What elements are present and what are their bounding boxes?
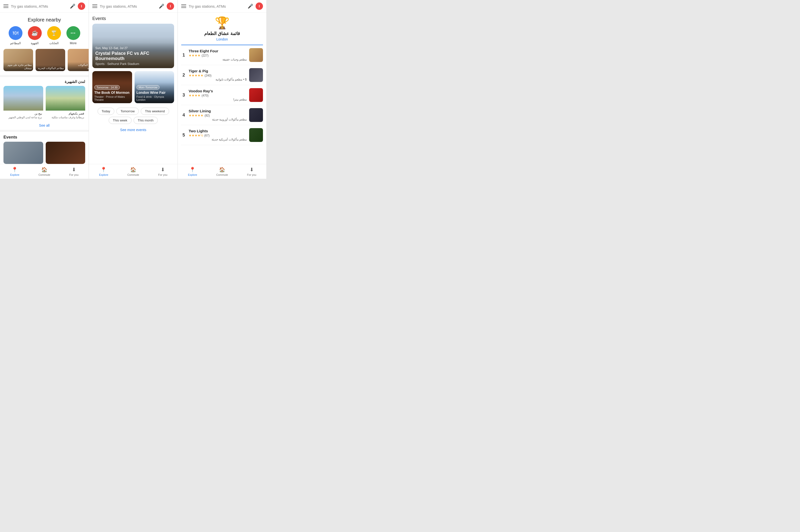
bars-icon: 🍸 [47, 26, 61, 40]
restaurants-label: المطاعم [10, 41, 21, 45]
nav-commute-1[interactable]: 🏠 Commute [30, 164, 59, 179]
explore-label-1: Explore [10, 173, 19, 176]
reviews-2: (240) [205, 74, 211, 77]
more-label: More [70, 41, 77, 45]
nav-foryou-1[interactable]: ⬇ For you [59, 164, 89, 179]
mic-icon-1[interactable]: 🎤 [70, 3, 75, 9]
nav-foryou-2[interactable]: ⬇ For you [148, 164, 177, 179]
place-card-spanish-text: مطاعم المأكولات الإسبانية [69, 63, 89, 70]
search-input-1[interactable] [11, 4, 68, 8]
filter-month[interactable]: This month [134, 117, 158, 124]
landmark-cards: بيج بن برج ساعة لندن الوطني الشهير قصر ب… [0, 86, 89, 122]
restaurant-item-3[interactable]: 3 Voodoo Ray's ★★★★ (470) مطعم بيتزا [181, 85, 263, 105]
explore-icon-3: 📍 [189, 167, 195, 173]
nav-explore-2[interactable]: 📍 Explore [89, 164, 118, 179]
commute-icon-2: 🏠 [130, 167, 136, 173]
restaurant-item-5[interactable]: 5 Two Lights ★★★★½ (67) مطعم مأكولات أمر… [181, 125, 263, 145]
category-restaurants[interactable]: 🍽 المطاعم [8, 26, 22, 45]
menu-icon-2[interactable] [92, 4, 97, 8]
restaurant-item-4[interactable]: 4 Silver Lining ★★★★★ (82) مطعم مأكولات … [181, 105, 263, 125]
category-coffee[interactable]: ☕ القهوة [28, 26, 42, 45]
type-1: مطعم وجبات خفيفة [189, 58, 247, 61]
nav-commute-3[interactable]: 🏠 Commute [207, 164, 237, 179]
place-card-spanish[interactable]: مطاعم المأكولات الإسبانية [68, 49, 89, 71]
thumb-3 [249, 88, 263, 102]
theater-date-badge: Tomorrow · 14:30 [94, 85, 120, 90]
thumb-5 [249, 128, 263, 142]
stars-2: ★★★★★ [189, 74, 204, 77]
type-3: مطعم بيتزا [189, 98, 247, 101]
see-all-link[interactable]: See all [0, 122, 89, 130]
name-5: Two Lights [189, 129, 247, 133]
hero-overlay: Sun, May 12–Sat, Jul 27 Crystal Palace F… [92, 42, 174, 68]
list-location[interactable]: London [181, 37, 263, 45]
commute-label-2: Commute [128, 173, 139, 176]
reviews-3: (470) [202, 94, 208, 97]
filter-weekend[interactable]: This weekend [141, 108, 169, 115]
filter-pills: Today Tomorrow This weekend This week Th… [89, 106, 177, 126]
place-card-seafood[interactable]: مطاعم المأكولات البحرية [36, 49, 65, 71]
divider-2 [0, 130, 89, 132]
event-wine-fair[interactable]: Mon–Tomorrow London Wine Fair Food & dri… [135, 71, 174, 103]
foryou-icon-3: ⬇ [250, 167, 254, 173]
avatar-3[interactable]: I [255, 2, 263, 10]
info-4: Silver Lining ★★★★★ (82) مطعم مأكولات أو… [189, 109, 247, 121]
filter-tomorrow[interactable]: Tomorrow [116, 108, 139, 115]
explore-label-2: Explore [99, 173, 108, 176]
event-hero[interactable]: Sun, May 12–Sat, Jul 27 Crystal Palace F… [92, 24, 174, 68]
search-input-3[interactable] [189, 4, 245, 8]
menu-icon-1[interactable] [3, 4, 8, 8]
type-4: مطعم مأكولات أوروبية حديثة [189, 118, 247, 121]
rank-4: 4 [181, 113, 186, 118]
event-book-of-mormon[interactable]: Tomorrow · 14:30 The Book Of Mormon Thea… [92, 71, 132, 103]
filter-today[interactable]: Today [97, 108, 115, 115]
bars-label: الحانات [50, 41, 58, 45]
rating-row-1: ★★★★ (227) [189, 53, 247, 58]
see-more-events[interactable]: See more events [89, 126, 177, 135]
mic-icon-3[interactable]: 🎤 [248, 3, 253, 9]
menu-icon-3[interactable] [181, 4, 186, 8]
nav-explore-1[interactable]: 📍 Explore [0, 164, 30, 179]
avatar-2[interactable]: I [167, 2, 174, 10]
rating-row-2: ★★★★★ (240) [189, 73, 247, 77]
landmark-palace[interactable]: قصر بكنغهام بريطانيا وغرف مناسبات ملكية [46, 86, 85, 120]
rating-row-3: ★★★★ (470) [189, 93, 247, 97]
nav-foryou-3[interactable]: ⬇ For you [237, 164, 266, 179]
foryou-label-3: For you [247, 173, 256, 176]
type-2: $ • مطعم مأكولات تايوانية [189, 78, 247, 81]
nav-explore-3[interactable]: 📍 Explore [178, 164, 207, 179]
mic-icon-2[interactable]: 🎤 [159, 3, 164, 9]
explore-title: Explore nearby [0, 13, 89, 26]
filter-week[interactable]: This week [109, 117, 132, 124]
place-card-michelin-text: مطاعم حائزة على نجوم ميشلان [5, 63, 32, 70]
search-input-2[interactable] [100, 4, 156, 8]
place-card-michelin[interactable]: مطاعم حائزة على نجوم ميشلان [3, 49, 33, 71]
nav-commute-2[interactable]: 🏠 Commute [118, 164, 148, 179]
category-more[interactable]: ••• More [66, 26, 80, 45]
restaurant-item-1[interactable]: 1 Three Eight Four ★★★★ (227) مطعم وجبات… [181, 45, 263, 65]
hero-date: Sun, May 12–Sat, Jul 27 [95, 46, 171, 50]
explore-icon-1: 📍 [12, 167, 18, 173]
rank-2: 2 [181, 73, 186, 78]
theater-overlay: Tomorrow · 14:30 The Book Of Mormon Thea… [92, 82, 132, 103]
divider-1 [0, 75, 89, 77]
panel-explore-nearby: 🎤 I Explore nearby 🍽 المطاعم ☕ القهوة 🍸 [0, 0, 89, 179]
wine-sub: Food & drink · Olympia London [136, 95, 172, 101]
bigben-name: بيج بن [3, 111, 43, 116]
wine-date-badge: Mon–Tomorrow [136, 85, 160, 90]
thumb-1 [249, 48, 263, 62]
reviews-4: (82) [205, 114, 210, 117]
landmark-bigben[interactable]: بيج بن برج ساعة لندن الوطني الشهير [3, 86, 43, 120]
foryou-label-2: For you [158, 173, 167, 176]
event-preview-1[interactable] [3, 142, 43, 164]
avatar-1[interactable]: I [78, 2, 85, 10]
restaurant-item-2[interactable]: 2 Tiger & Pig ★★★★★ (240) $ • مطعم مأكول… [181, 65, 263, 85]
category-bars[interactable]: 🍸 الحانات [47, 26, 61, 45]
thumb-2 [249, 68, 263, 82]
explore-icon-2: 📍 [100, 167, 107, 173]
event-preview-2[interactable] [46, 142, 85, 164]
name-3: Voodoo Ray's [189, 89, 247, 93]
panel1-scroll: Explore nearby 🍽 المطاعم ☕ القهوة 🍸 الحا… [0, 13, 89, 179]
type-5: مطعم مأكولات أمريكية حديثة [189, 138, 247, 141]
info-5: Two Lights ★★★★½ (67) مطعم مأكولات أمريك… [189, 129, 247, 141]
